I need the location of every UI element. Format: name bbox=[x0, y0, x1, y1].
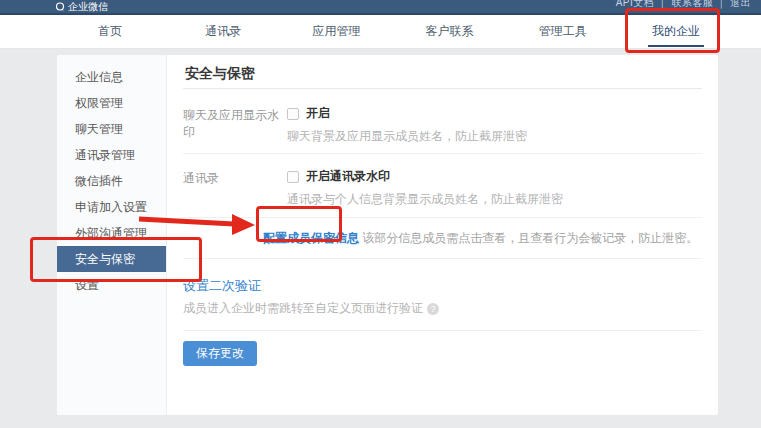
tab-my-enterprise[interactable]: 我的企业 bbox=[628, 15, 724, 49]
setup-second-verification-link[interactable]: 设置二次验证 bbox=[183, 278, 261, 293]
sidebar-item-permission-mgmt[interactable]: 权限管理 bbox=[57, 90, 166, 116]
contacts-watermark-row: 通讯录 开启通讯录水印 通讯录与个人信息背景显示成员姓名，防止截屏泄密 bbox=[183, 154, 702, 218]
watermark-checkbox-label[interactable]: 开启 bbox=[306, 105, 330, 122]
watermark-description: 聊天背景及应用显示成员姓名，防止截屏泄密 bbox=[287, 128, 702, 145]
save-changes-button[interactable]: 保存更改 bbox=[183, 341, 257, 366]
watermark-label: 聊天及应用显示水印 bbox=[183, 105, 287, 145]
top-app-bar: 企业微信 API文档 ｜ 联系客服 ｜ 退出 bbox=[0, 0, 761, 15]
watermark-checkbox[interactable] bbox=[287, 108, 299, 120]
contacts-label: 通讯录 bbox=[183, 168, 287, 208]
sidebar-item-wechat-plugin[interactable]: 微信插件 bbox=[57, 168, 166, 194]
page-title: 安全与保密 bbox=[183, 55, 702, 89]
sidebar-item-external-comm[interactable]: 外部沟通管理 bbox=[57, 220, 166, 246]
tab-app-management[interactable]: 应用管理 bbox=[288, 15, 384, 49]
app-logo-label: 企业微信 bbox=[68, 1, 108, 13]
tab-contacts[interactable]: 通讯录 bbox=[175, 15, 271, 49]
primary-navbar: 首页 通讯录 应用管理 客户联系 管理工具 我的企业 bbox=[0, 15, 761, 49]
second-verification-description: 成员进入企业时需跳转至自定义页面进行验证 bbox=[183, 300, 423, 317]
secret-info-row: 配置成员保密信息 该部分信息成员需点击查看，且查看行为会被记录，防止泄密。 bbox=[183, 218, 702, 259]
second-verification-row: 设置二次验证 成员进入企业时需跳转至自定义页面进行验证 ? bbox=[183, 259, 702, 331]
secret-info-note: 该部分信息成员需点击查看，且查看行为会被记录，防止泄密。 bbox=[362, 231, 698, 245]
contacts-watermark-checkbox-label[interactable]: 开启通讯录水印 bbox=[306, 168, 390, 185]
settings-panel: 企业信息 权限管理 聊天管理 通讯录管理 微信插件 申请加入设置 外部沟通管理 … bbox=[57, 55, 718, 415]
nav-tabs: 首页 通讯录 应用管理 客户联系 管理工具 我的企业 bbox=[62, 15, 724, 49]
active-tab-underline bbox=[648, 45, 704, 47]
sidebar-item-join-settings[interactable]: 申请加入设置 bbox=[57, 194, 166, 220]
tab-customer-contact[interactable]: 客户联系 bbox=[402, 15, 498, 49]
tab-admin-tools[interactable]: 管理工具 bbox=[515, 15, 611, 49]
sidebar-item-settings[interactable]: 设置 bbox=[57, 272, 166, 298]
contacts-watermark-description: 通讯录与个人信息背景显示成员姓名，防止截屏泄密 bbox=[287, 191, 702, 208]
sidebar-item-enterprise-info[interactable]: 企业信息 bbox=[57, 64, 166, 90]
sidebar-item-contacts-mgmt[interactable]: 通讯录管理 bbox=[57, 142, 166, 168]
tab-home[interactable]: 首页 bbox=[62, 15, 158, 49]
chat-bubble-icon bbox=[55, 2, 65, 12]
sidebar-item-chat-mgmt[interactable]: 聊天管理 bbox=[57, 116, 166, 142]
contacts-watermark-checkbox[interactable] bbox=[287, 171, 299, 183]
account-links[interactable]: API文档 ｜ 联系客服 ｜ 退出 bbox=[616, 0, 751, 10]
configure-secret-info-link[interactable]: 配置成员保密信息 bbox=[263, 231, 359, 245]
info-circle-icon[interactable]: ? bbox=[427, 303, 439, 315]
sidebar-item-security[interactable]: 安全与保密 bbox=[57, 246, 166, 272]
watermark-row: 聊天及应用显示水印 开启 聊天背景及应用显示成员姓名，防止截屏泄密 bbox=[183, 89, 702, 154]
settings-content: 安全与保密 聊天及应用显示水印 开启 聊天背景及应用显示成员姓名，防止截屏泄密 … bbox=[167, 55, 718, 415]
settings-sidebar: 企业信息 权限管理 聊天管理 通讯录管理 微信插件 申请加入设置 外部沟通管理 … bbox=[57, 55, 167, 415]
app-logo[interactable]: 企业微信 bbox=[55, 1, 108, 13]
